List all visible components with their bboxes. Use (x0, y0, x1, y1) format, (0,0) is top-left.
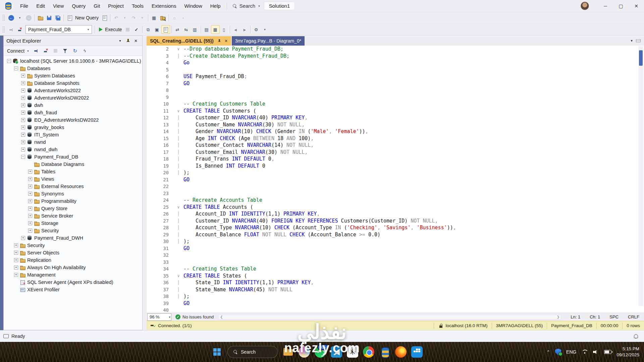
tree-item-databases[interactable]: −Databases (4, 65, 142, 72)
home-button[interactable]: ⌂ (170, 13, 179, 22)
search-control[interactable]: Search ▾ (229, 1, 264, 11)
collapse-icon[interactable]: − (7, 59, 11, 63)
tree-item-nwnd-dwh[interactable]: +nwnd_dwh (4, 146, 142, 153)
menu-project[interactable]: Project (104, 0, 128, 12)
float-window-icon[interactable] (636, 39, 641, 42)
expand-icon[interactable]: + (28, 214, 32, 218)
fold-collapse-icon[interactable]: ∨ (173, 273, 183, 280)
tree-item-dwh-fraud[interactable]: +dwh_fraud (4, 109, 142, 116)
expand-icon[interactable]: + (28, 229, 32, 233)
wifi-icon[interactable] (581, 349, 588, 355)
fold-collapse-icon[interactable]: ∨ (173, 204, 183, 211)
volume-icon[interactable] (593, 349, 599, 355)
panel-pin-icon[interactable] (124, 37, 132, 45)
find-in-files-button[interactable] (158, 13, 167, 22)
expand-icon[interactable]: + (21, 81, 25, 85)
expand-icon[interactable]: + (28, 184, 32, 188)
vscode-taskbar-icon[interactable] (331, 346, 342, 358)
tree-item-iti-system[interactable]: +ITI_System (4, 131, 142, 138)
expand-icon[interactable]: + (28, 177, 32, 181)
tree-item-database-diagrams[interactable]: Database Diagrams (4, 161, 142, 168)
menu-view[interactable]: View (49, 0, 68, 12)
vertical-scrollbar[interactable] (638, 46, 643, 306)
open-file-button[interactable] (36, 13, 45, 22)
connect-button[interactable]: Connect▾ (6, 48, 31, 54)
undo-dropdown[interactable]: ▾ (120, 13, 129, 22)
tree-item-xevent-profiler[interactable]: XEvent Profiler (4, 286, 142, 293)
menu-git[interactable]: Git (90, 0, 104, 12)
tray-chevron-icon[interactable]: ⌃ (546, 350, 550, 355)
stop-icon[interactable] (51, 47, 60, 55)
tab-list-dropdown-icon[interactable]: ▾ (630, 39, 633, 43)
collapse-icon[interactable]: − (14, 66, 18, 70)
scrollbar-thumb[interactable] (639, 50, 643, 66)
results-to-text-button[interactable]: ▤ (202, 25, 211, 34)
expand-icon[interactable]: + (14, 251, 18, 255)
tab-close-icon[interactable]: ✕ (225, 39, 228, 43)
undo-button[interactable]: ↶ (112, 13, 120, 22)
expand-icon[interactable]: + (21, 118, 25, 122)
security-shield-icon[interactable] (555, 349, 561, 355)
specify-values-button[interactable]: ⚙ (252, 25, 261, 34)
tab-pin-icon[interactable] (216, 38, 222, 44)
menu-file[interactable]: File (16, 0, 32, 12)
whatsapp-taskbar-icon[interactable]: 99+ (315, 346, 326, 358)
tree-item-eo-adventureworksdw2022[interactable]: +EO_AdventureWorksDW2022 (4, 116, 142, 124)
include-actual-plan-button[interactable]: ⇄ (173, 25, 182, 34)
tree-item-adventureworksdw2022[interactable]: +AdventureWorksDW2022 (4, 94, 142, 102)
expand-icon[interactable]: + (21, 103, 25, 107)
menu-tools[interactable]: Tools (128, 0, 148, 12)
disconnect-icon[interactable] (42, 47, 50, 55)
parse-button[interactable]: ✓ (132, 25, 141, 34)
refresh-icon[interactable]: ↻ (71, 47, 79, 55)
forward-button[interactable]: → (24, 13, 33, 22)
expand-icon[interactable]: + (21, 88, 25, 93)
tree-item-replication[interactable]: +Replication (4, 256, 142, 264)
connect-icon-button[interactable] (7, 25, 15, 34)
maximize-button[interactable]: ▢ (613, 0, 629, 12)
panel-dropdown-icon[interactable]: ▾ (116, 37, 124, 45)
expand-icon[interactable]: + (21, 236, 25, 240)
expand-icon[interactable]: + (14, 258, 18, 262)
user-avatar[interactable] (581, 2, 589, 10)
notifications-bell-icon[interactable] (633, 334, 639, 339)
horizontal-scrollbar[interactable]: ❮ ❯ (218, 315, 561, 319)
redo-button[interactable]: ↷ (129, 13, 138, 22)
new-query-button[interactable]: New Query (74, 13, 100, 22)
tree-item-security[interactable]: +Security (4, 242, 142, 249)
expand-icon[interactable]: + (14, 265, 18, 269)
tree-item-storage[interactable]: +Storage (4, 220, 142, 227)
expand-icon[interactable]: + (28, 170, 32, 174)
tree-item-tables[interactable]: +Tables (4, 168, 142, 175)
expand-icon[interactable]: + (28, 199, 32, 203)
menu-extensions[interactable]: Extensions (148, 0, 180, 12)
docker-taskbar-icon[interactable] (411, 346, 423, 358)
tree-item-programmability[interactable]: +Programmability (4, 197, 142, 205)
save-button[interactable] (45, 13, 53, 22)
tree-item-management[interactable]: +Management (4, 271, 142, 279)
cancel-query-button[interactable] (123, 25, 132, 34)
document-tab-1[interactable]: SQL_Creating...G\DELL (55))✕ (147, 36, 231, 46)
tree-item-nwnd[interactable]: +nwnd (4, 138, 142, 146)
menu-window[interactable]: Window (180, 0, 206, 12)
file-explorer-taskbar-icon[interactable] (282, 346, 294, 358)
back-history-dropdown[interactable]: ▾ (15, 13, 24, 22)
filter-icon[interactable] (61, 47, 70, 55)
expand-icon[interactable]: + (21, 147, 25, 152)
people-app-taskbar-icon[interactable] (299, 346, 310, 358)
execute-button[interactable]: Execute (96, 25, 123, 34)
indent-button[interactable]: ⫸ (240, 25, 249, 34)
tree-item-sql-server-agent-agent-xps-disabled-[interactable]: SQL Server Agent (Agent XPs disabled) (4, 279, 142, 286)
tree-item-adventureworks2022[interactable]: +AdventureWorks2022 (4, 87, 142, 94)
expand-icon[interactable]: + (21, 133, 25, 137)
tree-item-system-databases[interactable]: +System Databases (4, 72, 142, 79)
collapse-icon[interactable]: − (21, 155, 25, 159)
code-area[interactable]: 2∨--Drop database Payment_Fraud_DB;3│--C… (147, 46, 644, 313)
tree-item-views[interactable]: +Views (4, 175, 142, 183)
include-live-statistics-button[interactable]: ⇆ (182, 25, 191, 34)
battery-icon[interactable] (604, 350, 611, 354)
menu-help[interactable]: Help (206, 0, 225, 12)
results-to-file-button[interactable]: ▯ (220, 25, 228, 34)
tree-item-external-resources[interactable]: +External Resources (4, 183, 142, 190)
tree-item-localhost-sql-server-16-0-1000-6-3mr7aga[interactable]: −localhost (SQL Server 16.0.1000.6 - 3MR… (4, 57, 142, 65)
